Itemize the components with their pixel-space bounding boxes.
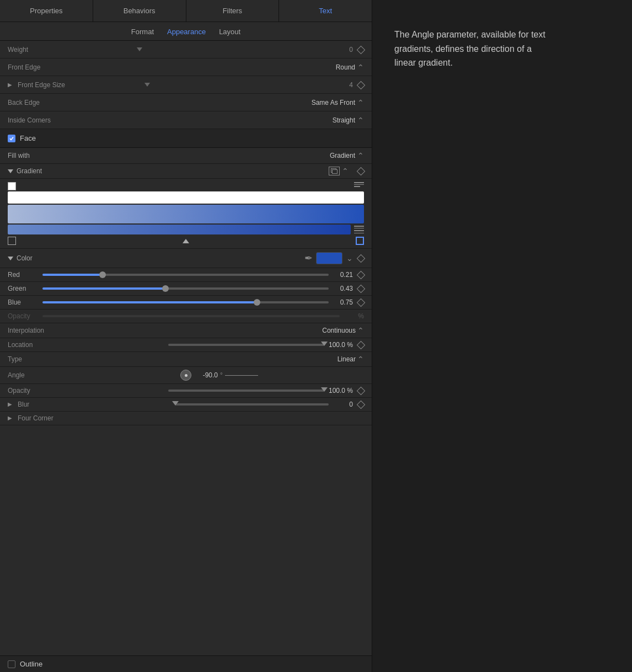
weight-diamond[interactable] <box>357 46 364 53</box>
location-diamond[interactable] <box>357 342 364 348</box>
blur-label: Blur <box>18 401 171 408</box>
tab-filters[interactable]: Filters <box>186 0 280 22</box>
blue-thumb[interactable] <box>254 299 260 306</box>
color-swatch[interactable] <box>316 252 342 264</box>
red-diamond[interactable] <box>357 271 364 278</box>
front-edge-value: Round <box>68 63 355 71</box>
color-opacity-slider <box>42 315 340 317</box>
type-value[interactable]: Linear ⌃ <box>338 355 364 364</box>
outline-checkbox[interactable] <box>8 660 15 668</box>
type-row: Type Linear ⌃ <box>0 352 372 367</box>
main-tabs: Properties Behaviors Filters Text <box>0 0 372 22</box>
tab-text[interactable]: Text <box>279 0 372 22</box>
tab-properties[interactable]: Properties <box>0 0 93 22</box>
color-opacity-label: Opacity <box>8 312 38 320</box>
stop-arrow-center <box>16 239 356 243</box>
green-thumb[interactable] <box>162 285 169 292</box>
color-section-header: Color ✒ ⌄ <box>0 249 372 268</box>
gradient-diamond[interactable] <box>357 168 364 174</box>
angle-knob[interactable] <box>180 370 191 381</box>
fill-stepper-icon: ⌃ <box>357 151 364 160</box>
color-diamond[interactable] <box>357 255 364 262</box>
front-edge-size-diamond[interactable] <box>357 82 364 88</box>
four-corner-expand[interactable]: ▶ <box>8 415 14 422</box>
red-slider[interactable] <box>42 274 329 276</box>
blue-label: Blue <box>8 298 38 306</box>
location-row: Location 100.0 % <box>0 338 372 352</box>
face-checkbox[interactable] <box>8 135 15 142</box>
gradient-bar-blue[interactable] <box>8 205 364 223</box>
stop-marker-left[interactable] <box>8 237 16 245</box>
inside-corners-label: Inside Corners <box>8 116 68 124</box>
angle-label: Angle <box>8 371 176 379</box>
opacity2-slider[interactable] <box>168 390 324 392</box>
inside-corners-row: Inside Corners Straight ⌃ <box>0 111 372 129</box>
front-edge-size-row: ▶ Front Edge Size 4 <box>0 76 372 94</box>
blue-diamond[interactable] <box>357 299 364 306</box>
opacity2-diamond[interactable] <box>357 387 364 394</box>
color-swatch-dropdown[interactable]: ⌄ <box>346 254 353 263</box>
front-edge-size-triangle <box>144 83 150 87</box>
opacity2-row: Opacity 100.0 % <box>0 384 372 398</box>
type-label: Type <box>8 355 338 363</box>
blur-thumb <box>172 401 179 406</box>
sub-tab-layout[interactable]: Layout <box>219 28 240 36</box>
angle-row: Angle -90.0 ° <box>0 367 372 384</box>
interpolation-stepper[interactable]: ⌃ <box>357 326 364 335</box>
back-edge-stepper[interactable]: ⌃ <box>357 98 364 107</box>
color-expand-arrow[interactable] <box>8 257 13 260</box>
tab-behaviors[interactable]: Behaviors <box>93 0 186 22</box>
front-edge-stepper[interactable]: ⌃ <box>357 63 364 72</box>
green-slider[interactable] <box>42 287 329 290</box>
annotation-container: The Angle parameter, available for text … <box>394 28 549 70</box>
blue-slider[interactable] <box>42 301 329 303</box>
gradient-icon-lines-2 <box>354 226 364 228</box>
gradient-expand-arrow[interactable] <box>8 169 13 173</box>
back-edge-label: Back Edge <box>8 99 68 106</box>
red-label: Red <box>8 271 38 279</box>
front-edge-row: Front Edge Round ⌃ <box>0 58 372 76</box>
opacity2-label: Opacity <box>8 387 164 394</box>
angle-unit: ° <box>220 371 223 379</box>
front-edge-size-value: 4 <box>216 81 353 89</box>
panel-content: Weight 0 Front Edge Round ⌃ ▶ Front Edge… <box>0 41 372 655</box>
properties-panel: Properties Behaviors Filters Text Format… <box>0 0 372 672</box>
gradient-bar-bottom[interactable] <box>8 225 351 234</box>
red-thumb[interactable] <box>99 271 106 278</box>
angle-value-container: -90.0 ° <box>196 371 364 379</box>
front-edge-size-expand[interactable]: ▶ <box>8 82 14 88</box>
color-stop-white[interactable] <box>8 182 16 190</box>
gradient-bar-bottom-row <box>8 225 364 234</box>
gradient-stepper-icon[interactable]: ⌃ <box>342 167 349 175</box>
stop-marker-right[interactable] <box>356 237 364 245</box>
front-edge-size-label: Front Edge Size <box>18 81 78 89</box>
location-value: 100.0 % <box>329 341 353 349</box>
front-edge-label: Front Edge <box>8 63 68 71</box>
red-value: 0.21 <box>333 271 353 279</box>
face-section-header: Face <box>0 129 372 148</box>
back-edge-value: Same As Front <box>68 99 355 106</box>
gradient-copy-icon[interactable] <box>329 167 340 175</box>
sub-tab-format[interactable]: Format <box>131 28 154 36</box>
color-opacity-value: % <box>344 312 364 320</box>
eyedropper-icon[interactable]: ✒ <box>304 252 313 264</box>
interpolation-value[interactable]: Continuous ⌃ <box>322 326 364 335</box>
blur-diamond[interactable] <box>357 401 364 408</box>
red-slider-row: Red 0.21 <box>0 268 372 282</box>
weight-value: 0 <box>211 46 353 54</box>
blur-expand[interactable]: ▶ <box>8 401 14 408</box>
blur-value: 0 <box>333 401 353 408</box>
fill-with-value[interactable]: Gradient ⌃ <box>330 151 364 160</box>
color-swatch-container[interactable]: ⌄ <box>316 252 353 264</box>
sub-tab-appearance[interactable]: Appearance <box>167 28 206 36</box>
type-stepper[interactable]: ⌃ <box>357 355 364 364</box>
gradient-icons: ⌃ <box>329 167 349 175</box>
green-diamond[interactable] <box>357 285 364 292</box>
green-slider-row: Green 0.43 <box>0 282 372 296</box>
gradient-bars-container <box>8 191 364 234</box>
inside-corners-value: Straight <box>68 116 355 124</box>
location-slider[interactable] <box>168 344 324 346</box>
inside-corners-stepper[interactable]: ⌃ <box>357 116 364 125</box>
blur-slider[interactable] <box>175 403 329 406</box>
outline-title: Outline <box>20 660 42 668</box>
